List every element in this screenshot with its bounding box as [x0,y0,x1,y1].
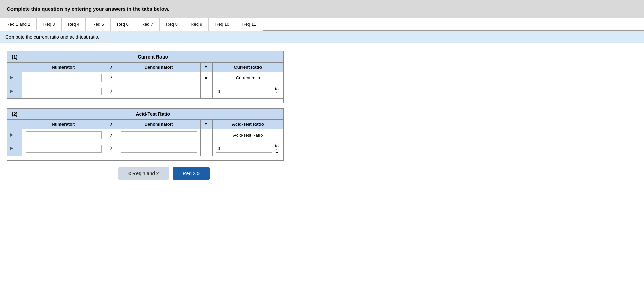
tab-req5[interactable]: Req 5 [86,18,110,31]
acid-denominator-header: Denominator: [117,120,200,129]
acid-numerator-input-1[interactable] [26,131,102,139]
denominator-header: Denominator: [117,63,200,72]
current-ratio-result-header: Current Ratio [212,63,283,72]
tab-req10[interactable]: Req 10 [209,18,236,31]
current-ratio-row1: / = Current ratio [7,72,284,84]
next-button[interactable]: Req 3 > [173,167,210,180]
equals-header1: = [200,63,212,72]
acid-test-header-row: (2) Acid-Test Ratio [7,109,284,120]
acid-test-value-input[interactable] [216,145,272,153]
current-ratio-col-headers: Numerator: / Denominator: = Current Rati… [7,63,284,72]
spacer-row-2 [7,156,284,161]
slash-header2: / [105,120,117,129]
tab-req4[interactable]: Req 4 [61,18,86,31]
slash-header1: / [105,63,117,72]
acid-test-row1: / = Acid-Test Ratio [7,129,284,141]
numerator-header: Numerator: [22,63,105,72]
acid-test-ratio-table: (2) Acid-Test Ratio Numerator: / Denomin… [7,108,284,161]
current-ratio-value-input[interactable] [216,88,272,95]
current-ratio-row2: / = to 1 [7,84,284,99]
tab-req6[interactable]: Req 6 [110,18,135,31]
instruction-text: Complete this question by entering your … [7,6,169,12]
main-content: (1) Current Ratio Numerator: / Denominat… [0,48,644,186]
acid-to-1-label: to 1 [274,143,280,154]
header-bar: Complete this question by entering your … [0,0,644,18]
tab-req8[interactable]: Req 8 [159,18,184,31]
prev-arrow-icon: < [128,171,132,176]
section1-label: (1) [7,51,22,63]
section2-title: Acid-Test Ratio [22,109,283,120]
prev-button[interactable]: < Req 1 and 2 [118,167,169,180]
tab-req11[interactable]: Req 11 [236,18,263,31]
acid-test-col-headers: Numerator: / Denominator: = Acid-Test Ra… [7,120,284,129]
current-ratio-result-1: Current ratio [212,72,283,84]
to-1-label: to 1 [274,86,280,96]
current-ratio-to-1-display: to 1 [216,86,280,96]
instruction-bar: Compute the current ratio and acid-test … [0,31,644,43]
acid-test-result-1: Acid-Test Ratio [212,129,283,141]
current-ratio-numerator-input-1[interactable] [26,74,102,82]
tab-req1and2[interactable]: Req 1 and 2 [0,18,37,31]
acid-test-row2: / = to 1 [7,141,284,156]
acid-denominator-input-2[interactable] [121,145,197,153]
acid-test-result-header: Acid-Test Ratio [212,120,283,129]
section1-title: Current Ratio [22,51,283,63]
tab-req7[interactable]: Req 7 [135,18,160,31]
equals-header2: = [200,120,212,129]
section2-label: (2) [7,109,22,120]
acid-denominator-input-1[interactable] [121,131,197,139]
current-ratio-numerator-input-2[interactable] [26,88,102,95]
acid-numerator-input-2[interactable] [26,145,102,153]
nav-buttons-container: < Req 1 and 2 Req 3 > [118,167,637,180]
current-ratio-denominator-input-2[interactable] [121,88,197,95]
current-ratio-table: (1) Current Ratio Numerator: / Denominat… [7,51,284,103]
tabs-container: Req 1 and 2 Req 3 Req 4 Req 5 Req 6 Req … [0,18,644,31]
tab-req9[interactable]: Req 9 [184,18,209,31]
acid-numerator-header: Numerator: [22,120,105,129]
acid-test-to-1-display: to 1 [216,143,280,154]
spacer-row-1 [7,99,284,103]
current-ratio-header-row: (1) Current Ratio [7,51,284,63]
tab-req3[interactable]: Req 3 [37,18,61,31]
next-arrow-icon: > [197,171,200,176]
current-ratio-denominator-input-1[interactable] [121,74,197,82]
